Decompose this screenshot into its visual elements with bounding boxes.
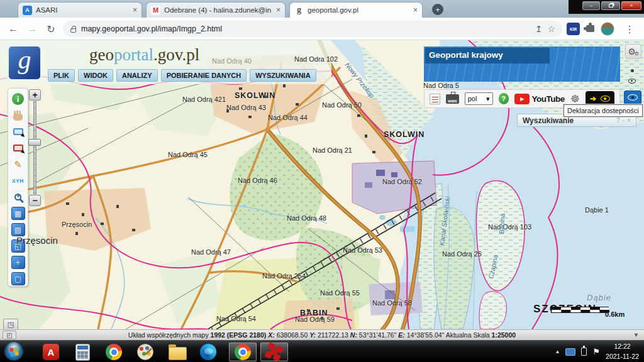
statusbar-run: Układ współrzędnych mapy (128, 331, 211, 339)
taskbar-clock[interactable]: 12:222021-11-22 (606, 342, 639, 361)
contrast-eye-icon (601, 96, 610, 102)
browser-tab-asari[interactable]: A ASARI × (18, 2, 142, 18)
youtube-button[interactable]: ▶YouTube (514, 94, 564, 104)
statusbar-run: 211722.13 (316, 331, 350, 339)
eye-indicator-icon[interactable] (628, 79, 636, 84)
statusbar-run: 1992 (EPSG 2180) (211, 331, 267, 339)
start-button[interactable] (4, 342, 23, 361)
menu-item-plik[interactable]: PLIK (48, 69, 75, 82)
tray-network-icon[interactable] (565, 348, 575, 356)
scale-bar-row (552, 310, 609, 312)
previous-extent-button[interactable]: ◱ (11, 239, 26, 253)
reload-button[interactable]: ↻ (43, 18, 59, 40)
language-value: pol (468, 95, 477, 102)
tray-action-center-icon[interactable]: ⚑ (592, 347, 600, 356)
taskbar-chrome[interactable] (102, 343, 126, 361)
wheel-icon[interactable]: ☸ (570, 94, 580, 104)
taskbar-edge[interactable] (196, 343, 220, 361)
address-bar[interactable]: mapy.geoportal.gov.pl/imap/Imgp_2.html ↥… (63, 21, 563, 37)
extensions-puzzle-icon[interactable] (586, 25, 594, 32)
edge-icon (200, 344, 216, 360)
panel-close-icon[interactable]: × (627, 117, 631, 124)
clock-time: 12:22 (614, 343, 630, 350)
pan-tool-button[interactable] (11, 108, 26, 123)
paint-icon (137, 344, 153, 360)
kir-extension-icon[interactable]: KIR (567, 23, 580, 35)
identify-tool-button[interactable]: i (11, 92, 26, 106)
panel-help-icon[interactable]: ? (616, 117, 620, 124)
tab-title: geoportal.gov.pl (308, 6, 409, 14)
wordmark-portal: portal (114, 45, 153, 64)
zoom-out-box-button[interactable]: ▧ (11, 222, 26, 237)
browser-tab-geoportal[interactable]: g geoportal.gov.pl × (289, 2, 423, 18)
full-extent-button[interactable]: ▢ (11, 272, 26, 286)
dot-indicator (631, 69, 634, 72)
menu-item-pobieranie-danych[interactable]: POBIERANIE DANYCH (161, 69, 247, 82)
zoom-out-button[interactable]: − (29, 195, 41, 206)
tab-close-icon[interactable]: × (413, 6, 418, 14)
banner-title: Geoportal krajowy (429, 50, 503, 60)
draw-tool-button[interactable]: ✎ (11, 157, 26, 172)
browser-tab-gmail[interactable]: M Odebrane (4) - halina.zdunek@in × (146, 2, 286, 18)
window-minimize-button[interactable]: – (582, 1, 600, 10)
taskbar-acrobat[interactable]: A (39, 343, 63, 361)
statusbar-run: 1:25000 (492, 331, 516, 339)
select-red-rect-icon (13, 145, 23, 151)
settings-gear-button[interactable]: ⚙⚙ (625, 44, 641, 59)
select-red-rectangle-button[interactable] (11, 141, 26, 155)
window-restore-button[interactable] (601, 1, 620, 10)
statusbar-run: Y: (309, 331, 316, 339)
statusbar-caret-icon[interactable]: ▼ (633, 332, 639, 338)
zoom-in-box-button[interactable]: ▦ (11, 206, 26, 221)
window-close-button[interactable]: × (621, 1, 641, 10)
taskbar-calculator[interactable] (70, 343, 94, 361)
windows-logo-icon (9, 347, 19, 356)
statusbar-run: E: (398, 331, 405, 339)
taskbar-paint[interactable] (133, 343, 157, 361)
zoom-in-button[interactable]: + (29, 89, 41, 101)
visibility-button[interactable] (624, 90, 641, 104)
scale-distance-label: 0.6km (605, 310, 625, 318)
eye-icon (628, 94, 638, 101)
taskbar-red-app[interactable] (260, 343, 288, 361)
select-rectangle-button[interactable] (11, 124, 26, 139)
zoom-tool-button[interactable] (11, 190, 26, 204)
zoom-slider-track[interactable] (33, 101, 36, 194)
pan-arrows-button[interactable]: + (11, 255, 26, 270)
overview-map-button[interactable]: ◳ (3, 319, 18, 329)
profile-avatar[interactable] (601, 22, 614, 36)
menu-item-analizy[interactable]: ANALIZY (116, 69, 158, 82)
extent-icon: ◱ (11, 239, 25, 253)
back-button[interactable]: ← (5, 18, 21, 40)
tray-power-icon[interactable] (581, 348, 587, 356)
statusbar-run: X: (268, 331, 275, 339)
share-icon[interactable]: ↥ (535, 24, 543, 34)
flag-red (9, 348, 14, 352)
taskbar-chrome-active[interactable] (229, 343, 257, 361)
wms-icon[interactable]: WMS (446, 94, 459, 104)
help-button[interactable]: ? (499, 93, 509, 104)
statusbar-run: N: (350, 331, 357, 339)
new-tab-button[interactable]: + (432, 4, 443, 15)
forward-button[interactable]: → (24, 18, 40, 40)
bookmark-star-icon[interactable]: ☆ (547, 24, 555, 34)
hand-icon (13, 114, 23, 121)
browser-menu-icon[interactable]: ⋮ (621, 18, 638, 40)
legend-icon[interactable] (430, 94, 440, 104)
menu-item-wyszukiwania[interactable]: WYSZUKIWANIA (250, 69, 316, 82)
restore-icon (609, 4, 613, 8)
menu-item-widok[interactable]: WIDOK (78, 69, 113, 82)
language-select[interactable]: pol▾ (465, 92, 493, 105)
tab-close-icon[interactable]: × (133, 6, 137, 14)
xyh-coordinates-button[interactable]: XYH (11, 173, 26, 188)
taskbar-explorer[interactable] (165, 343, 189, 361)
arrow-icon: ➔ (590, 94, 596, 103)
panel-maximize-icon[interactable]: ▫ (623, 117, 625, 124)
statusbar-corner-button[interactable]: ◰ (3, 331, 16, 339)
lock-icon (70, 28, 76, 33)
url-text[interactable]: mapy.geoportal.gov.pl/imap/Imgp_2.html (81, 25, 530, 33)
geoportal-logo[interactable]: g (8, 45, 42, 80)
tray-expand-icon[interactable]: ▲ (555, 349, 560, 354)
zoom-slider-handle[interactable] (28, 139, 41, 146)
tab-close-icon[interactable]: × (276, 6, 280, 14)
